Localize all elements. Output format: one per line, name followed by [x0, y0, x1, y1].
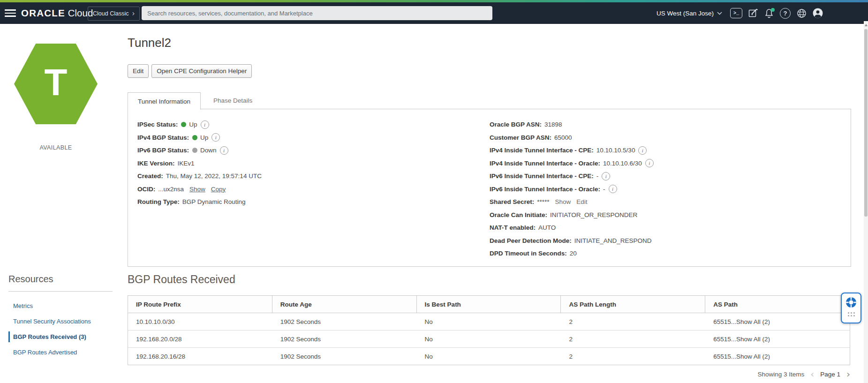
- field-label: Created:: [137, 173, 163, 180]
- field-ipsec-status: IPSec Status: Up i: [137, 118, 262, 131]
- column-header-as-path-length: AS Path Length: [561, 296, 705, 313]
- info-icon[interactable]: i: [638, 146, 647, 155]
- field-ipv6-inside-tunnel-oracle: IPv6 Inside Tunnel Interface - Oracle: -…: [490, 183, 654, 196]
- cell-as-path-length: 2: [561, 348, 705, 365]
- open-cpe-configuration-helper-button[interactable]: Open CPE Configuration Helper: [151, 64, 252, 78]
- notifications-bell-icon[interactable]: [764, 8, 774, 18]
- field-value: -: [596, 173, 599, 180]
- help-icon[interactable]: ?: [780, 8, 791, 19]
- ocid-show-link[interactable]: Show: [189, 186, 205, 193]
- bgp-routes-table: IP Route Prefix Route Age Is Best Path A…: [128, 295, 850, 365]
- language-globe-icon[interactable]: [797, 8, 807, 18]
- tab-phase-details[interactable]: Phase Details: [201, 92, 265, 109]
- next-page-icon[interactable]: ›: [846, 369, 850, 379]
- sidebar-item-tunnel-security-associations[interactable]: Tunnel Security Associations: [0, 314, 122, 329]
- field-label: IKE Version:: [137, 160, 175, 167]
- support-assistant-widget[interactable]: [841, 293, 861, 323]
- as-path-value: 65515...: [713, 336, 736, 343]
- resource-type-hexagon: T: [14, 44, 98, 124]
- field-value: ...ux2nsa: [158, 186, 184, 193]
- field-value: 20: [570, 250, 577, 257]
- field-dead-peer-detection-mode: Dead Peer Detection Mode: INITIATE_AND_R…: [490, 234, 654, 248]
- tab-tunnel-information[interactable]: Tunnel Information: [128, 92, 201, 110]
- vertical-scrollbar[interactable]: [864, 21, 868, 383]
- status-badge: AVAILABLE: [14, 144, 98, 151]
- field-label: IPv6 Inside Tunnel Interface - Oracle:: [490, 186, 600, 193]
- hamburger-menu-icon[interactable]: [5, 9, 16, 17]
- drag-handle-dots[interactable]: [848, 312, 855, 316]
- search-input[interactable]: [142, 6, 492, 20]
- field-customer-bgp-asn: Customer BGP ASN: 65000: [490, 131, 654, 144]
- field-ipv4-inside-tunnel-cpe: IPv4 Inside Tunnel Interface - CPE: 10.1…: [490, 144, 654, 157]
- field-value: -: [603, 186, 605, 193]
- sidebar-item-metrics[interactable]: Metrics: [0, 298, 122, 314]
- cell-ip-route-prefix: 10.10.10.0/30: [128, 313, 272, 330]
- notification-badge: [771, 8, 775, 12]
- cell-is-best-path: No: [417, 348, 561, 365]
- region-selector[interactable]: US West (San Jose): [657, 10, 722, 17]
- field-label: IPv4 Inside Tunnel Interface - CPE:: [490, 147, 594, 154]
- field-dpd-timeout: DPD Timeout in Seconds: 20: [490, 247, 654, 260]
- info-icon[interactable]: i: [609, 185, 617, 193]
- field-routing-type: Routing Type: BGP Dynamic Routing: [137, 195, 262, 209]
- field-label: Routing Type:: [137, 198, 180, 205]
- field-value: Down: [200, 147, 217, 154]
- column-header-ip-route-prefix: IP Route Prefix: [128, 296, 272, 313]
- table-row: 10.10.10.0/30 1902 Seconds No 2 65515...…: [128, 313, 850, 330]
- field-value: IKEv1: [178, 160, 195, 167]
- ocid-copy-link[interactable]: Copy: [211, 186, 226, 193]
- field-value: INITIATOR_OR_RESPONDER: [550, 211, 637, 218]
- shared-secret-edit-link[interactable]: Edit: [576, 198, 587, 205]
- cloud-classic-button[interactable]: Cloud Classic ›: [88, 7, 140, 21]
- status-up-dot: [192, 135, 197, 140]
- cloud-shell-icon[interactable]: >_: [730, 8, 742, 18]
- info-icon[interactable]: i: [201, 120, 209, 129]
- field-value: *****: [537, 198, 549, 205]
- tabbar: Tunnel Information Phase Details: [128, 92, 265, 110]
- field-value: INITIATE_AND_RESPOND: [574, 237, 652, 244]
- cell-route-age: 1902 Seconds: [272, 330, 417, 347]
- as-path-value: 65515...: [713, 318, 736, 325]
- info-icon[interactable]: i: [211, 133, 220, 142]
- scrollbar-thumb[interactable]: [864, 29, 868, 217]
- edit-announcements-icon[interactable]: [748, 8, 758, 18]
- user-avatar[interactable]: [813, 8, 823, 18]
- cell-is-best-path: No: [417, 330, 561, 347]
- info-icon[interactable]: i: [645, 159, 654, 167]
- edit-button[interactable]: Edit: [128, 64, 149, 78]
- table-row: 192.168.20.0/28 1902 Seconds No 2 65515.…: [128, 330, 850, 348]
- cell-as-path-length: 2: [561, 330, 705, 347]
- show-all-link[interactable]: Show All (2): [736, 318, 770, 325]
- chevron-down-icon: [717, 12, 722, 15]
- resources-nav: Metrics Tunnel Security Associations BGP…: [0, 298, 122, 360]
- shared-secret-show-link[interactable]: Show: [555, 198, 571, 205]
- field-label: Oracle BGP ASN:: [490, 121, 542, 128]
- info-icon[interactable]: i: [220, 146, 228, 155]
- oracle-cloud-logo: ORACLECloud: [21, 8, 93, 19]
- field-ipv6-inside-tunnel-cpe: IPv6 Inside Tunnel Interface - CPE: - i: [490, 170, 654, 183]
- cell-route-age: 1902 Seconds: [272, 313, 417, 330]
- field-label: NAT-T enabled:: [490, 224, 536, 231]
- field-oracle-bgp-asn: Oracle BGP ASN: 31898: [490, 118, 654, 131]
- show-all-link[interactable]: Show All (2): [736, 336, 770, 343]
- header-right-controls: US West (San Jose) >_ ?: [657, 2, 823, 24]
- field-ike-version: IKE Version: IKEv1: [137, 157, 262, 170]
- show-all-link[interactable]: Show All (2): [736, 353, 770, 360]
- field-label: IPv6 Inside Tunnel Interface - CPE:: [490, 173, 594, 180]
- scroll-up-arrow[interactable]: [864, 23, 868, 28]
- sidebar-item-bgp-routes-advertised[interactable]: BGP Routes Advertised: [0, 345, 122, 360]
- cell-is-best-path: No: [417, 313, 561, 330]
- previous-page-icon[interactable]: ‹: [810, 369, 814, 379]
- status-up-dot: [181, 122, 186, 127]
- field-value: 10.10.10.5/30: [596, 147, 635, 154]
- sidebar-item-bgp-routes-received[interactable]: BGP Routes Received (3): [0, 329, 122, 345]
- page-number-label: Page 1: [820, 371, 840, 378]
- info-icon[interactable]: i: [602, 172, 610, 180]
- field-value: 65000: [554, 134, 572, 141]
- chevron-right-icon: ›: [132, 10, 135, 17]
- resource-initial: T: [45, 61, 68, 104]
- field-nat-t-enabled: NAT-T enabled: AUTO: [490, 221, 654, 234]
- cell-ip-route-prefix: 192.168.20.16/28: [128, 348, 272, 365]
- region-label: US West (San Jose): [657, 10, 714, 17]
- field-value: Up: [189, 121, 197, 128]
